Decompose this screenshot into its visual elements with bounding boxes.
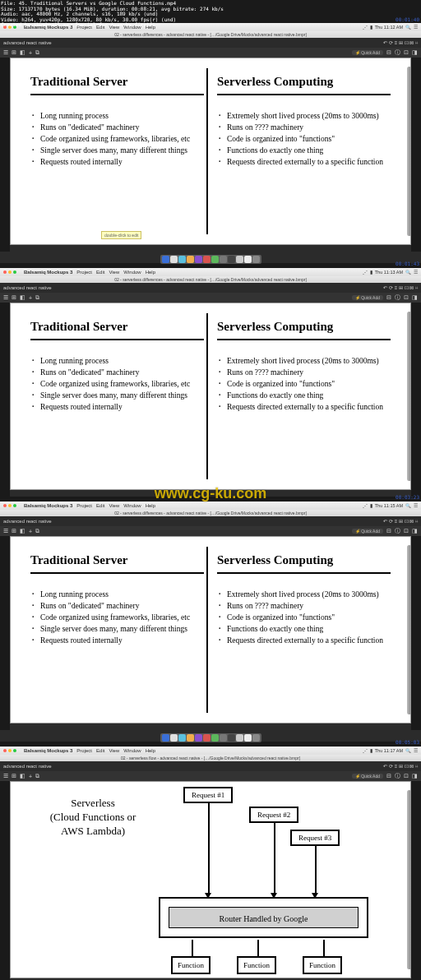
dock-app-icon[interactable]	[228, 256, 235, 263]
dock-app-icon[interactable]	[170, 256, 178, 263]
dock-app-icon[interactable]	[162, 256, 169, 263]
dock-app-icon[interactable]	[211, 256, 219, 263]
dock-app-icon[interactable]	[178, 256, 186, 263]
dock-app-icon[interactable]	[220, 256, 227, 263]
project-label: advanced react native	[3, 40, 52, 45]
watermark: www.cg-ku.com	[155, 485, 266, 502]
mockup-canvas[interactable]: Serverless (Cloud Functions or AWS Lambd…	[10, 781, 411, 978]
list-item: Runs on "dedicated" machinery	[32, 123, 204, 133]
timestamp-2: 00:03:23	[396, 494, 419, 500]
left-title: Traditional Server	[30, 75, 204, 95]
copy-icon[interactable]: ⧉	[35, 49, 39, 56]
dock-app-icon[interactable]	[187, 256, 194, 263]
menu-icon[interactable]: ☰	[414, 25, 418, 30]
project-bar: advanced react native ↶ ⟳ ≡ ⊞ ⊡ ⊠ ⌗	[0, 38, 421, 48]
timestamp-1: 00:01:40	[396, 16, 419, 22]
right-title: Serverless Computing	[217, 75, 391, 95]
mockup-canvas[interactable]: Traditional Server Long running process …	[10, 536, 411, 723]
search-icon[interactable]: 🔍	[405, 25, 411, 30]
mockup-canvas[interactable]: Traditional Server Long running process …	[10, 58, 411, 245]
video-frame-4: Balsamiq Mockups 3 Project Edit View Win…	[0, 747, 421, 980]
grid-icon[interactable]: ⊞	[12, 49, 16, 56]
quick-add-input[interactable]: ⚡ Quick Add	[352, 50, 383, 55]
function-box: Function	[237, 956, 276, 974]
mac-menubar: Balsamiq Mockups 3 Project Edit View Win…	[0, 268, 421, 276]
timestamp-1b: 00:01:43	[396, 261, 419, 266]
diagram-title: Serverless (Cloud Functions or AWS Lambd…	[27, 797, 159, 839]
function-box: Function	[303, 956, 342, 974]
request-box-3: Request #3	[290, 830, 340, 846]
request-box-1: Request #1	[183, 787, 233, 803]
video-frame-1: 00:01:40 Balsamiq Mockups 3 Project Edit…	[0, 23, 421, 263]
mockup-canvas[interactable]: Traditional Server Long running process …	[10, 303, 411, 490]
add-icon[interactable]: +	[29, 50, 32, 56]
video-frame-3: Balsamiq Mockups 3 Project Edit View Win…	[0, 502, 421, 742]
dock-app-icon[interactable]	[236, 256, 243, 263]
info-icon[interactable]: ⓘ	[395, 49, 400, 57]
video-frame-2: Balsamiq Mockups 3 Project Edit View Win…	[0, 268, 421, 497]
dock-app-icon[interactable]	[252, 256, 260, 263]
list-item: Single server does many, many different …	[32, 146, 204, 156]
function-box: Function	[171, 956, 210, 974]
list-item: Requests routed internally	[32, 158, 204, 168]
list-item: Code is organized into "functions"	[219, 135, 391, 145]
list-item: Long running process	[32, 112, 204, 122]
window-title: 02 - serverless differences - advanced r…	[0, 31, 421, 38]
list-item: Functions do exactly one thing	[219, 146, 391, 156]
router-box: Router Handled by Google	[159, 897, 368, 938]
battery-icon: ▮	[370, 25, 372, 30]
list-item: Runs on ???? machinery	[219, 123, 391, 133]
request-box-2: Request #2	[249, 807, 298, 823]
edit-hint: double-click to edit	[101, 231, 141, 239]
dock-app-icon[interactable]	[195, 256, 202, 263]
collapse-icon[interactable]: ◨	[412, 49, 418, 56]
clock: Thu 11:12 AM	[375, 25, 403, 30]
panel-icon[interactable]: ◧	[20, 49, 25, 56]
list-item: Requests directed externally to a specif…	[219, 158, 391, 168]
list-item: Code organized using frameworks, librari…	[32, 135, 204, 145]
settings-icon[interactable]: ⊡	[404, 49, 409, 56]
dock-app-icon[interactable]	[244, 256, 252, 263]
panel-toggle-icon[interactable]: ⊟	[386, 49, 391, 56]
hamburger-icon[interactable]: ☰	[3, 49, 8, 56]
list-item: Extremely short lived process (20ms to 3…	[219, 112, 391, 122]
dock	[0, 252, 421, 263]
main-toolbar: ☰ ⊞ ◧ + ⧉ ⚡ Quick Add ⊟ ⓘ ⊡ ◨	[0, 48, 421, 58]
wifi-icon: ⋰	[363, 25, 368, 30]
timestamp-3: 00:05:03	[396, 739, 419, 745]
dock-app-icon[interactable]	[203, 256, 210, 263]
file-info-overlay: File: 45. Traditional Servers vs Google …	[0, 0, 224, 29]
